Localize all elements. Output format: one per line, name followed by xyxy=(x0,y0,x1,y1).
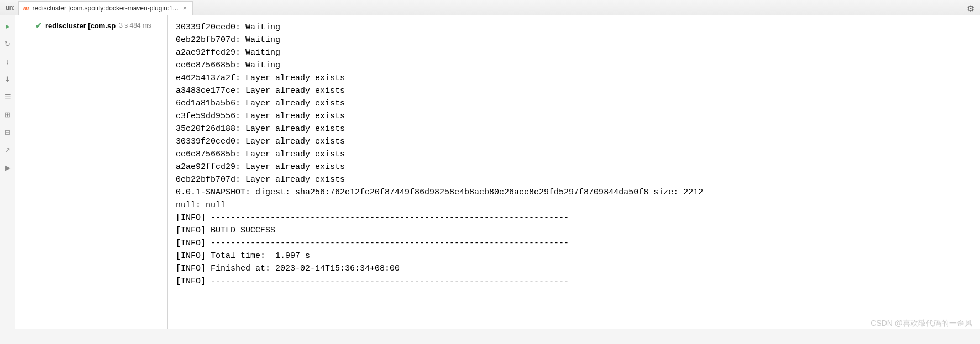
tool-gutter: ▶ ↻ ↓ ⬇ ☰ ⊞ ⊟ ↗ ▶ xyxy=(0,15,15,329)
tree-item[interactable]: ✔ rediscluster [com.sp 3 s 484 ms xyxy=(15,20,167,31)
run-label: un: xyxy=(2,4,18,12)
check-icon: ✔ xyxy=(35,21,42,30)
export-icon[interactable]: ↗ xyxy=(3,145,13,155)
tab-title: rediscluster [com.spotify:docker-maven-p… xyxy=(33,4,179,12)
expand-icon[interactable]: ⊞ xyxy=(3,109,13,119)
run-status-icon: ▶ xyxy=(3,21,13,31)
console-output[interactable]: 30339f20ced0: Waiting 0eb22bfb707d: Wait… xyxy=(168,15,980,329)
main-area: ▶ ↻ ↓ ⬇ ☰ ⊞ ⊟ ↗ ▶ ✔ rediscluster [com.sp… xyxy=(0,15,980,329)
status-bar xyxy=(0,329,980,344)
run-config-tab[interactable]: m rediscluster [com.spotify:docker-maven… xyxy=(18,1,193,15)
scroll-down-icon[interactable]: ⬇ xyxy=(3,74,13,84)
wrap-icon[interactable]: ☰ xyxy=(3,92,13,102)
test-tree-panel: ✔ rediscluster [com.sp 3 s 484 ms xyxy=(15,15,168,329)
close-icon[interactable]: × xyxy=(182,4,188,12)
rerun-icon[interactable]: ↻ xyxy=(3,39,13,49)
tree-item-name: rediscluster [com.sp xyxy=(45,22,116,30)
down-icon[interactable]: ↓ xyxy=(3,56,13,66)
top-tab-bar: un: m rediscluster [com.spotify:docker-m… xyxy=(0,0,980,15)
gear-icon[interactable]: ⚙ xyxy=(967,3,974,14)
maven-icon: m xyxy=(23,4,29,13)
tree-item-time: 3 s 484 ms xyxy=(119,22,151,29)
collapse-icon[interactable]: ⊟ xyxy=(3,127,13,137)
more-icon[interactable]: ▶ xyxy=(3,162,13,172)
